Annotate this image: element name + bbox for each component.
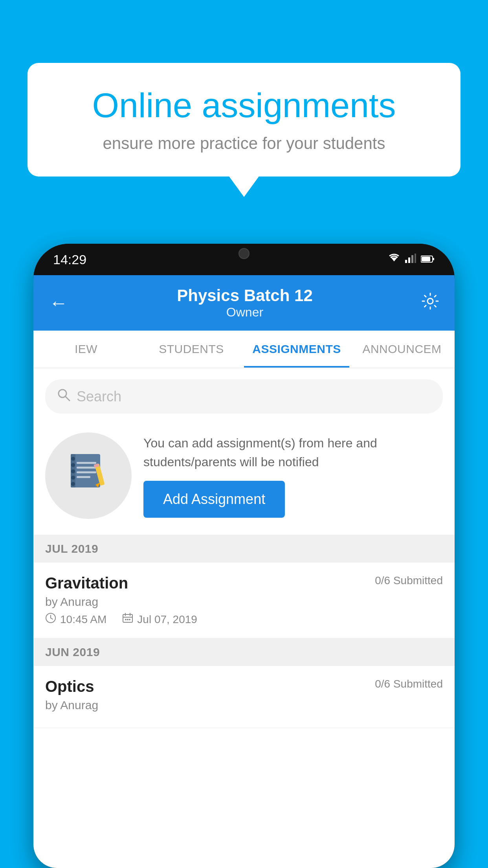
settings-button[interactable] (422, 292, 439, 314)
svg-point-34 (129, 619, 130, 620)
speech-bubble-title: Online assignments (55, 86, 433, 125)
assignment-author-optics: by Anurag (45, 699, 443, 712)
svg-rect-2 (408, 257, 410, 263)
promo-description: You can add assignment(s) from here and … (143, 434, 443, 471)
notch (216, 244, 272, 263)
phone-frame: 14:29 (33, 244, 455, 868)
assignment-row-optics: Optics 0/6 Submitted (45, 678, 443, 695)
section-header-jul: JUL 2019 (33, 535, 455, 563)
svg-rect-28 (123, 614, 132, 622)
svg-rect-4 (415, 254, 416, 263)
wifi-icon (388, 253, 400, 266)
app-header: ← Physics Batch 12 Owner (33, 275, 455, 331)
status-time: 14:29 (53, 252, 86, 267)
svg-rect-6 (433, 258, 434, 260)
speech-bubble-subtitle: ensure more practice for your students (55, 134, 433, 153)
header-subtitle: Owner (177, 305, 313, 320)
svg-point-33 (127, 619, 128, 620)
clock-icon (45, 612, 56, 626)
add-assignment-button[interactable]: Add Assignment (143, 481, 285, 518)
tab-bar: IEW STUDENTS ASSIGNMENTS ANNOUNCEM (33, 331, 455, 368)
svg-rect-7 (422, 257, 430, 261)
tab-assignments[interactable]: ASSIGNMENTS (244, 331, 349, 368)
assignment-time: 10:45 AM (45, 612, 106, 626)
assignment-title-optics: Optics (45, 678, 94, 695)
svg-point-17 (71, 457, 75, 461)
assignment-date: Jul 07, 2019 (122, 612, 197, 626)
svg-point-8 (427, 298, 433, 304)
add-assignment-promo: You can add assignment(s) from here and … (33, 425, 455, 535)
time-value: 10:45 AM (60, 613, 106, 626)
status-bar: 14:29 (33, 244, 455, 275)
back-button[interactable]: ← (49, 292, 68, 314)
svg-rect-1 (405, 260, 407, 263)
section-header-jun: JUN 2019 (33, 638, 455, 666)
svg-marker-0 (391, 257, 397, 261)
svg-point-21 (71, 482, 75, 486)
calendar-icon (122, 612, 133, 626)
svg-rect-15 (77, 476, 90, 478)
search-icon (57, 388, 70, 405)
assignment-meta: 10:45 AM Jul 07, 20 (45, 612, 443, 626)
tab-students[interactable]: STUDENTS (139, 331, 244, 368)
svg-rect-11 (73, 454, 100, 487)
assignment-submitted-optics: 0/6 Submitted (375, 678, 443, 690)
camera (238, 248, 250, 259)
screen-content: Search (33, 368, 455, 868)
speech-bubble: Online assignments ensure more practice … (28, 63, 460, 177)
header-title-block: Physics Batch 12 Owner (177, 286, 313, 320)
assignment-item-optics[interactable]: Optics 0/6 Submitted by Anurag (33, 666, 455, 728)
svg-point-32 (125, 619, 127, 620)
svg-point-19 (71, 469, 75, 473)
search-bar[interactable]: Search (45, 379, 443, 414)
assignment-submitted: 0/6 Submitted (375, 574, 443, 587)
svg-line-10 (65, 396, 70, 401)
assignment-row: Gravitation 0/6 Submitted (45, 574, 443, 592)
signal-icon (405, 253, 416, 266)
promo-text-block: You can add assignment(s) from here and … (143, 434, 443, 518)
svg-line-27 (51, 618, 53, 619)
svg-point-20 (71, 476, 75, 480)
battery-icon (421, 253, 435, 266)
svg-rect-14 (77, 471, 96, 473)
svg-rect-3 (411, 255, 413, 263)
search-input[interactable]: Search (77, 388, 121, 405)
assignment-item-gravitation[interactable]: Gravitation 0/6 Submitted by Anurag 10:4… (33, 563, 455, 638)
svg-point-18 (71, 463, 75, 467)
svg-rect-12 (77, 462, 96, 464)
tab-announcements[interactable]: ANNOUNCEM (349, 331, 455, 368)
status-icons (388, 253, 435, 266)
assignment-title: Gravitation (45, 574, 128, 592)
svg-rect-13 (77, 467, 96, 469)
notebook-icon (69, 450, 108, 502)
header-title: Physics Batch 12 (177, 286, 313, 305)
tab-iew[interactable]: IEW (33, 331, 139, 368)
date-value: Jul 07, 2019 (137, 613, 197, 626)
promo-icon-circle (45, 432, 132, 519)
speech-bubble-section: Online assignments ensure more practice … (28, 63, 460, 177)
assignment-author: by Anurag (45, 595, 443, 609)
